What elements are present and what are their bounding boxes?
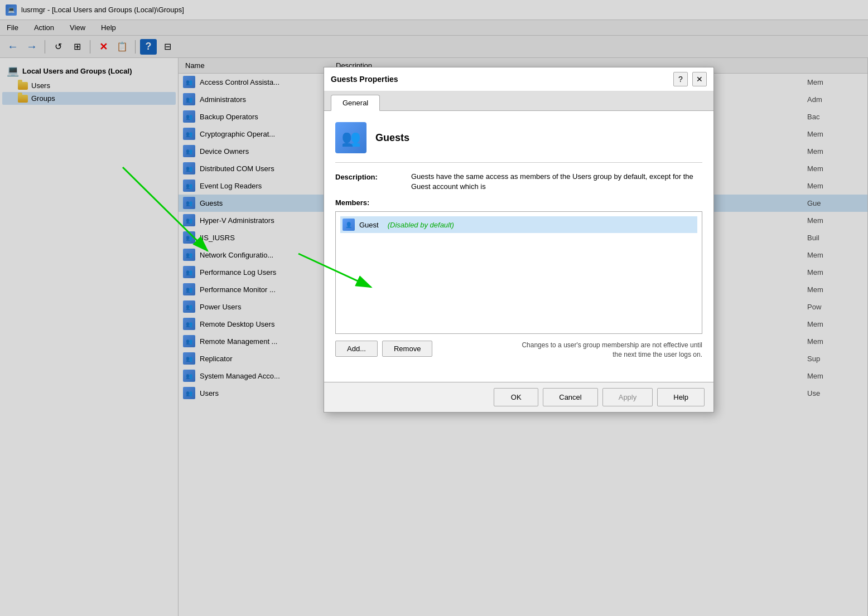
member-guest-name: Guest — [359, 221, 379, 229]
remove-member-button[interactable]: Remove — [382, 341, 432, 357]
description-row: Description: Guests have the same access… — [335, 172, 702, 192]
dialog-close-button[interactable]: ✕ — [692, 72, 707, 86]
members-label: Members: — [335, 198, 702, 207]
change-notice: Changes to a user's group membership are… — [513, 341, 702, 360]
dialog-title: Guests Properties — [331, 75, 398, 84]
member-guest-disabled: (Disabled by default) — [388, 221, 454, 229]
description-label: Description: — [335, 172, 402, 181]
dialog-tabs: General — [324, 91, 713, 111]
dialog-footer: OK Cancel Apply Help — [324, 382, 713, 412]
tab-general[interactable]: General — [331, 95, 380, 111]
members-box: 👤 Guest (Disabled by default) — [335, 211, 702, 334]
dialog-help-button[interactable]: ? — [673, 72, 688, 86]
group-avatar-icon: 👥 — [335, 122, 367, 153]
add-member-button[interactable]: Add... — [335, 341, 378, 357]
dialog-body: 👥 Guests Description: Guests have the sa… — [324, 111, 713, 382]
ok-button[interactable]: OK — [494, 388, 538, 406]
cancel-button[interactable]: Cancel — [543, 388, 597, 406]
member-guest[interactable]: 👤 Guest (Disabled by default) — [340, 216, 697, 233]
group-name: Guests — [375, 132, 409, 144]
dialog-overlay: Guests Properties ? ✕ General 👥 Guests D… — [0, 0, 868, 616]
dialog-controls: ? ✕ — [673, 72, 707, 86]
dialog-titlebar: Guests Properties ? ✕ — [324, 67, 713, 91]
apply-button[interactable]: Apply — [602, 388, 653, 406]
member-guest-icon: 👤 — [343, 219, 355, 231]
group-header: 👥 Guests — [335, 122, 702, 163]
help-footer-button[interactable]: Help — [657, 388, 705, 406]
member-buttons: Add... Remove — [335, 341, 432, 357]
description-value: Guests have the same access as members o… — [411, 172, 702, 192]
guests-properties-dialog: Guests Properties ? ✕ General 👥 Guests D… — [324, 67, 714, 413]
